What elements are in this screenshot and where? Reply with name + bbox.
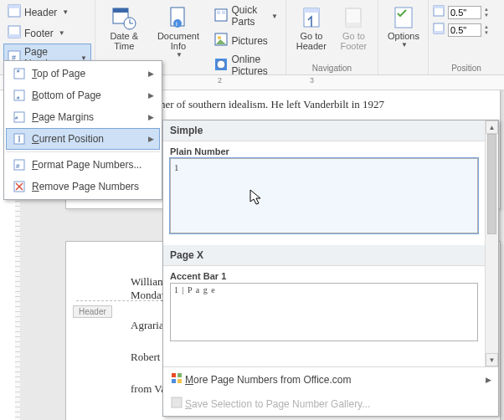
menu-item-top-of-page[interactable]: # Top of Page ▶: [6, 63, 160, 85]
svg-point-18: [218, 36, 221, 39]
gallery-item-label: Plain Number: [170, 145, 478, 158]
options-label: Options: [388, 31, 419, 41]
goto-header-label: Go to Header: [296, 31, 327, 51]
remove-page-numbers-icon: [12, 180, 27, 193]
header-dropdown[interactable]: Header ▼: [3, 2, 91, 23]
header-tag: Header: [73, 305, 112, 318]
chevron-down-icon: ▼: [271, 13, 278, 20]
chevron-down-icon: ▼: [401, 41, 408, 49]
menu-item-remove-page-numbers[interactable]: Remove Page Numbers: [6, 176, 160, 197]
calendar-clock-icon: [111, 4, 137, 31]
office-icon: [170, 371, 185, 387]
header-icon: [8, 4, 21, 20]
document-info-button[interactable]: i Document Info ▼: [150, 2, 208, 61]
goto-header-icon: [298, 4, 325, 31]
goto-footer-label: Go to Footer: [339, 31, 368, 51]
menu-label: ottom of Page: [39, 90, 101, 101]
spinner-buttons[interactable]: ▲▼: [484, 24, 489, 36]
menu-item-format-page-numbers[interactable]: # Format Page Numbers...: [6, 154, 160, 176]
gallery-preview-text: 1 | P a g e: [174, 285, 216, 295]
ruler-mark: 3: [310, 76, 314, 85]
svg-rect-22: [304, 8, 319, 13]
more-label: ore Page Numbers from Office.com: [193, 374, 352, 386]
svg-rect-27: [434, 6, 444, 8]
quick-parts-button[interactable]: Quick Parts ▼: [210, 2, 282, 30]
options-icon: [390, 4, 417, 31]
page-number-menu: # Top of Page ▶ # Bottom of Page ▶ # Pag…: [3, 60, 162, 200]
save-selection-button: Save Selection to Page Number Gallery...: [163, 392, 498, 416]
navigation-group-label: Navigation: [286, 62, 378, 74]
online-pictures-label: Online Pictures: [231, 54, 278, 77]
svg-rect-15: [217, 11, 220, 14]
footer-position-input[interactable]: [448, 23, 481, 37]
svg-rect-16: [222, 11, 225, 14]
menu-item-bottom-of-page[interactable]: # Bottom of Page ▶: [6, 85, 160, 106]
quick-parts-label: Quick Parts: [231, 4, 266, 28]
chevron-down-icon: ▼: [176, 51, 183, 59]
chevron-right-icon: ▶: [148, 69, 154, 78]
footer-dropdown[interactable]: Footer ▼: [3, 23, 91, 44]
svg-text:#: #: [16, 162, 20, 170]
svg-rect-47: [172, 397, 182, 407]
svg-text:i: i: [176, 20, 177, 28]
current-position-icon: [12, 132, 27, 146]
scroll-down-button[interactable]: ▼: [486, 353, 498, 366]
chevron-right-icon: ▶: [148, 91, 154, 100]
header-position-icon: [432, 4, 445, 20]
quick-parts-icon: [214, 8, 228, 24]
chevron-right-icon: ▶: [148, 135, 154, 143]
gallery-item-accent-bar-1[interactable]: 1 | P a g e: [170, 283, 478, 341]
goto-footer-button: Go to Footer: [333, 2, 374, 54]
footer-label: Footer: [24, 28, 54, 39]
top-of-page-icon: #: [12, 67, 27, 80]
chevron-right-icon: ▶: [148, 113, 154, 121]
footer-icon: [8, 25, 21, 41]
save-icon: [170, 396, 185, 412]
picture-icon: [214, 33, 228, 49]
spinner-buttons[interactable]: ▲▼: [484, 7, 489, 18]
menu-item-page-margins[interactable]: # Page Margins ▶: [6, 106, 160, 128]
header-position-input[interactable]: [448, 6, 481, 19]
pictures-label: Pictures: [231, 35, 267, 47]
footer-position-icon: [432, 22, 445, 38]
menu-label: age Margins: [39, 111, 94, 123]
header-label: Header: [24, 7, 57, 18]
svg-rect-45: [172, 379, 176, 383]
chevron-right-icon: ▶: [486, 376, 491, 384]
ruler-mark: 2: [218, 76, 222, 85]
svg-rect-44: [177, 373, 182, 377]
menu-label: urrent Position: [39, 133, 104, 145]
date-time-button[interactable]: Date & Time: [99, 2, 150, 54]
chevron-down-icon: ▼: [59, 29, 65, 37]
svg-rect-7: [113, 8, 128, 13]
bottom-of-page-icon: #: [12, 89, 27, 102]
svg-rect-24: [346, 23, 361, 27]
format-page-numbers-icon: #: [12, 158, 27, 172]
gallery-item-label: Accent Bar 1: [170, 269, 478, 283]
goto-footer-icon: [340, 4, 367, 31]
svg-rect-25: [395, 8, 412, 28]
svg-rect-29: [434, 31, 444, 33]
options-button[interactable]: Options ▼: [382, 2, 425, 51]
more-page-numbers-button[interactable]: More Page Numbers from Office.com ▶: [163, 367, 498, 392]
svg-rect-1: [8, 5, 20, 8]
menu-label: ormat Page Numbers...: [38, 159, 141, 171]
svg-rect-3: [8, 34, 20, 38]
position-group-label: Position: [429, 62, 504, 74]
goto-header-button[interactable]: Go to Header: [290, 2, 333, 54]
scroll-thumb[interactable]: [487, 134, 496, 234]
gallery-item-plain-number[interactable]: 1: [170, 158, 478, 233]
svg-rect-43: [172, 373, 176, 377]
date-time-label: Date & Time: [105, 31, 144, 51]
gallery-section-pagex: Page X: [163, 245, 485, 266]
gallery-scrollbar[interactable]: ▲ ▼: [485, 120, 498, 366]
pictures-button[interactable]: Pictures: [210, 30, 282, 51]
scroll-up-button[interactable]: ▲: [486, 120, 498, 134]
menu-item-current-position[interactable]: Current Position ▶: [6, 128, 160, 150]
page-margins-icon: #: [12, 110, 27, 124]
chevron-down-icon: ▼: [62, 8, 69, 16]
online-picture-icon: [214, 58, 228, 74]
group-label: [378, 62, 428, 74]
document-info-icon: i: [165, 4, 192, 31]
page-number-gallery: ▲ ▼ Simple Plain Number 1 Page X Accent …: [162, 120, 499, 417]
